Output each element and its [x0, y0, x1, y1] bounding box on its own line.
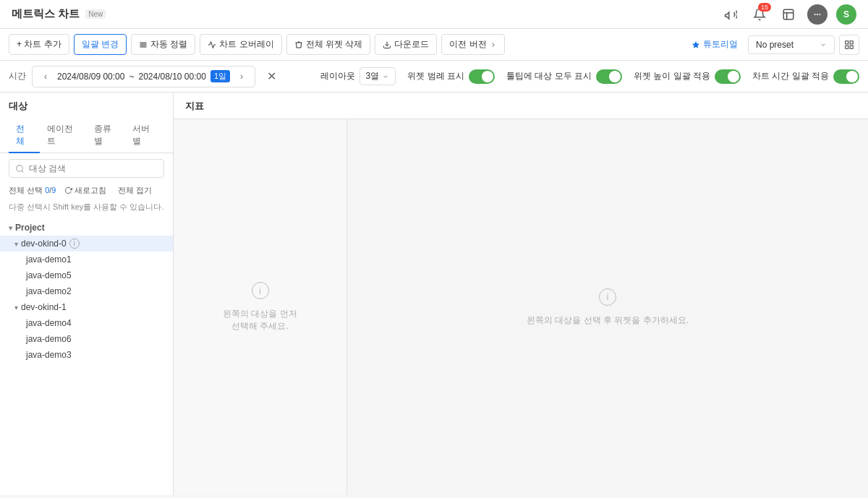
layout-select-group: 레이아웃 3열 — [320, 67, 396, 85]
delete-all-widgets-button[interactable]: 전체 위젯 삭제 — [286, 34, 371, 55]
list-item[interactable]: java-demo5 — [0, 267, 173, 283]
left-empty-area: i 왼쪽의 대상을 먼저 선택해 주세요. — [174, 119, 347, 495]
auto-arrange-button[interactable]: 자동 정렬 — [131, 34, 195, 55]
tree-container: ▾ Project ▾ dev-okind-0 i java-demo1 jav… — [0, 217, 173, 495]
new-badge: New — [85, 9, 106, 19]
tab-bar: 전체 에이전트 종류별 서버별 — [0, 119, 173, 153]
prev-version-button[interactable]: 이전 버전 — [441, 34, 504, 55]
tab-agent[interactable]: 에이전트 — [40, 119, 87, 153]
left-empty-text: 왼쪽의 대상을 먼저 선택해 주세요. — [223, 308, 297, 332]
preset-select[interactable]: No preset — [748, 35, 835, 54]
group-dev-okind-1-chevron: ▾ — [14, 304, 18, 312]
app-title: 메트릭스 차트 — [12, 7, 80, 21]
time-close-button[interactable]: ✕ — [261, 66, 281, 87]
search-input[interactable] — [29, 163, 158, 173]
selection-bar: 전체 선택 0/9 새로고침 전체 접기 — [0, 184, 173, 202]
time-label: 시간 — [9, 70, 26, 82]
widget-height-toggle-group: 위젯 높이 일괄 적용 — [634, 69, 741, 84]
tab-all[interactable]: 전체 — [9, 119, 40, 153]
chart-time-label: 차트 시간 일괄 적용 — [752, 70, 829, 82]
list-item[interactable]: java-demo1 — [0, 252, 173, 267]
top-header: 메트릭스 차트 New 15 ··· S — [0, 0, 868, 29]
svg-point-6 — [17, 165, 23, 171]
main-content: 대상 전체 에이전트 종류별 서버별 전체 선택 0/9 새로고침 전체 접기 … — [0, 93, 868, 495]
widget-height-toggle[interactable] — [715, 69, 741, 84]
time-next-button[interactable]: › — [234, 69, 249, 84]
time-start: 2024/08/09 00:00 — [57, 72, 124, 82]
layout-dropdown[interactable]: 3열 — [359, 67, 396, 85]
header-right-icons: 15 ··· S — [720, 4, 856, 25]
chart-time-toggle[interactable] — [833, 69, 859, 84]
tooltip-all-toggle-group: 툴팁에 대상 모두 표시 — [506, 69, 622, 84]
time-bar-controls: 레이아웃 3열 위젯 범례 표시 툴팁에 대상 모두 표시 위젯 높이 일괄 적… — [320, 67, 859, 85]
refresh-button[interactable]: 새로고침 — [61, 184, 109, 197]
megaphone-button[interactable] — [720, 4, 741, 25]
search-icon — [15, 164, 25, 173]
svg-marker-1 — [692, 41, 699, 48]
search-box — [9, 159, 164, 178]
widget-height-label: 위젯 높이 일괄 적용 — [634, 70, 710, 82]
left-panel-title: 대상 — [9, 100, 164, 113]
project-group[interactable]: ▾ Project — [0, 220, 173, 236]
right-panel-header: 지표 — [174, 93, 868, 119]
notification-button[interactable]: 15 — [749, 4, 770, 25]
time-range[interactable]: ‹ 2024/08/09 00:00 ~ 2024/08/10 00:00 1일… — [32, 66, 255, 87]
grid-view-button[interactable] — [839, 35, 859, 55]
right-panel: 지표 i 왼쪽의 대상을 먼저 선택해 주세요. i 왼쪽의 대상을 선택 후 … — [174, 93, 868, 495]
user-avatar[interactable]: S — [836, 4, 856, 25]
right-empty-text: 왼쪽의 대상을 선택 후 위젯을 추가하세요. — [527, 314, 689, 327]
time-prev-button[interactable]: ‹ — [38, 69, 53, 84]
widget-legend-label: 위젯 범례 표시 — [407, 70, 464, 82]
tutorial-button[interactable]: 튜토리얼 — [686, 35, 744, 54]
svg-line-7 — [22, 171, 23, 172]
left-panel-header: 대상 전체 에이전트 종류별 서버별 — [0, 93, 173, 153]
notification-count: 15 — [758, 3, 771, 12]
widget-legend-toggle[interactable] — [469, 69, 495, 84]
chart-time-toggle-group: 차트 시간 일괄 적용 — [752, 69, 859, 84]
time-end: 2024/08/10 00:00 — [138, 72, 205, 82]
selection-count: 전체 선택 0/9 — [9, 185, 56, 196]
day-badge: 1일 — [210, 70, 230, 82]
content-area: i 왼쪽의 대상을 먼저 선택해 주세요. i 왼쪽의 대상을 선택 후 위젯을… — [174, 119, 868, 495]
left-empty-icon: i — [252, 282, 269, 299]
list-item[interactable]: java-demo4 — [0, 315, 173, 331]
time-bar: 시간 ‹ 2024/08/09 00:00 ~ 2024/08/10 00:00… — [0, 61, 868, 93]
svg-rect-2 — [846, 40, 848, 43]
refresh-icon — [64, 186, 72, 194]
svg-rect-5 — [850, 46, 853, 48]
project-chevron: ▾ — [9, 224, 12, 232]
add-chart-button[interactable]: + 차트 추가 — [9, 34, 69, 55]
right-panel-title: 지표 — [185, 100, 856, 119]
chart-overlay-button[interactable]: 차트 오버레이 — [200, 34, 281, 55]
user-menu-button[interactable]: ··· — [807, 4, 827, 25]
tooltip-all-toggle[interactable] — [596, 69, 622, 84]
tab-server[interactable]: 서버별 — [125, 119, 164, 153]
list-item[interactable]: java-demo2 — [0, 283, 173, 299]
right-empty-area: i 왼쪽의 대상을 선택 후 위젯을 추가하세요. — [347, 119, 868, 495]
svg-rect-3 — [850, 40, 853, 43]
right-empty-icon: i — [599, 288, 616, 306]
multi-select-hint: 다중 선택시 Shift key를 사용할 수 있습니다. — [0, 202, 173, 217]
layout-label: 레이아웃 — [320, 70, 355, 82]
tooltip-all-label: 툴팁에 대상 모두 표시 — [506, 70, 592, 82]
group-dev-okind-0-chevron: ▾ — [14, 240, 18, 248]
list-item[interactable]: java-demo3 — [0, 347, 173, 363]
deselect-all-button[interactable]: 전체 접기 — [115, 184, 155, 197]
info-icon-dev-okind-0[interactable]: i — [69, 239, 80, 249]
left-panel: 대상 전체 에이전트 종류별 서버별 전체 선택 0/9 새로고침 전체 접기 … — [0, 93, 174, 495]
svg-rect-0 — [783, 9, 793, 20]
history-button[interactable] — [778, 4, 799, 25]
svg-rect-4 — [846, 46, 848, 48]
time-tilde: ~ — [129, 72, 134, 82]
list-item[interactable]: java-demo6 — [0, 331, 173, 347]
download-button[interactable]: 다운로드 — [375, 34, 437, 55]
widget-legend-toggle-group: 위젯 범례 표시 — [407, 69, 495, 84]
batch-edit-button[interactable]: 일괄 변경 — [74, 34, 127, 55]
group-dev-okind-1[interactable]: ▾ dev-okind-1 — [0, 299, 173, 315]
group-dev-okind-0[interactable]: ▾ dev-okind-0 i — [0, 236, 173, 252]
tab-type[interactable]: 종류별 — [87, 119, 126, 153]
toolbar: + 차트 추가 일괄 변경 자동 정렬 차트 오버레이 전체 위젯 삭제 다운로… — [0, 29, 868, 61]
